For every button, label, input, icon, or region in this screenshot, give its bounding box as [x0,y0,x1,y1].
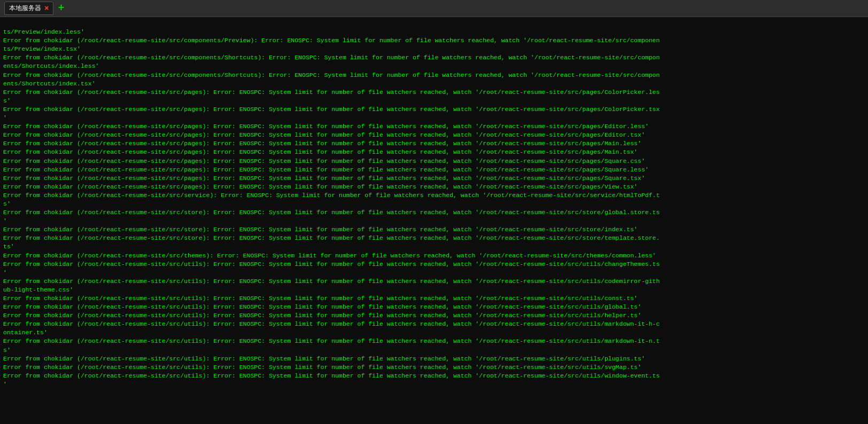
terminal-line: ts/Preview/index.less' [3,28,865,36]
terminal-line: Error from chokidar (/root/react-resume-… [3,166,865,174]
terminal-line: Error from chokidar (/root/react-resume-… [3,311,865,320]
terminal-line: ' [3,114,865,122]
tab-close-button[interactable]: × [44,4,49,13]
terminal-line: Error from chokidar (/root/react-resume-… [3,337,865,346]
terminal-line: Error from chokidar (/root/react-resume-… [3,294,865,303]
terminal-line: ents/Shortcuts/index.tsx' [3,80,865,88]
terminal-line: Error from chokidar (/root/react-resume-… [3,372,865,380]
terminal-line: Error from chokidar (/root/react-resume-… [3,303,865,311]
terminal-line: Error from chokidar (/root/react-resume-… [3,174,865,183]
terminal-line: Error from chokidar (/root/react-resume-… [3,320,865,328]
tab-title: 本地服务器 [9,4,41,13]
terminal-line: Error from chokidar (/root/react-resume-… [3,260,865,269]
terminal-line: Error from chokidar (/root/react-resume-… [3,355,865,363]
tab-add-button[interactable]: + [58,2,64,14]
terminal-line: s' [3,200,865,208]
title-bar: 本地服务器 × + [0,0,868,17]
terminal-line: Error from chokidar (/root/react-resume-… [3,157,865,166]
terminal-line: Error from chokidar (/root/react-resume-… [3,277,865,286]
terminal-line: Error from chokidar (/root/react-resume-… [3,105,865,114]
terminal-line: Error from chokidar (/root/react-resume-… [3,139,865,148]
terminal-line: Error from chokidar (/root/react-resume-… [3,234,865,242]
terminal-line: s' [3,97,865,105]
terminal-line: Error from chokidar (/root/react-resume-… [3,148,865,156]
terminal-output: ts/Preview/index.less'Error from chokida… [0,17,868,424]
terminal-line: Error from chokidar (/root/react-resume-… [3,131,865,139]
terminal-line: ts' [3,242,865,251]
terminal-line: Error from chokidar (/root/react-resume-… [3,252,865,260]
terminal-line: ub-light-theme.css' [3,286,865,294]
server-tab[interactable]: 本地服务器 × [4,2,53,15]
terminal-line: Error from chokidar (/root/react-resume-… [3,88,865,97]
terminal-line: Error from chokidar (/root/react-resume-… [3,36,865,45]
terminal-line: Error from chokidar (/root/react-resume-… [3,71,865,80]
terminal-line: Error from chokidar (/root/react-resume-… [3,122,865,131]
terminal-line: Error from chokidar (/root/react-resume-… [3,183,865,191]
terminal-line: ' [3,269,865,277]
terminal-line: ts/Preview/index.tsx' [3,45,865,53]
terminal-line: ents/Shortcuts/index.less' [3,62,865,70]
terminal-line: ' [3,380,865,389]
terminal-line: ' [3,217,865,225]
terminal-line: Error from chokidar (/root/react-resume-… [3,363,865,372]
terminal-line: Error from chokidar (/root/react-resume-… [3,225,865,234]
terminal-line: s' [3,346,865,355]
terminal-line: Error from chokidar (/root/react-resume-… [3,53,865,62]
terminal-line: Error from chokidar (/root/react-resume-… [3,208,865,217]
terminal-line: Error from chokidar (/root/react-resume-… [3,191,865,200]
terminal-line: ontainer.ts' [3,328,865,337]
